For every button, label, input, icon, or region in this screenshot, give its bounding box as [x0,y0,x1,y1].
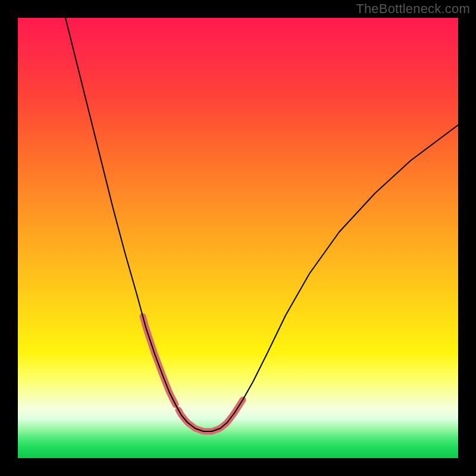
chart-container: TheBottleneck.com [0,0,476,476]
bottleneck-curve [65,18,458,431]
plot-area [18,18,458,458]
highlight-left [143,317,176,405]
watermark-text: TheBottleneck.com [356,1,470,17]
curve-svg [18,18,458,458]
